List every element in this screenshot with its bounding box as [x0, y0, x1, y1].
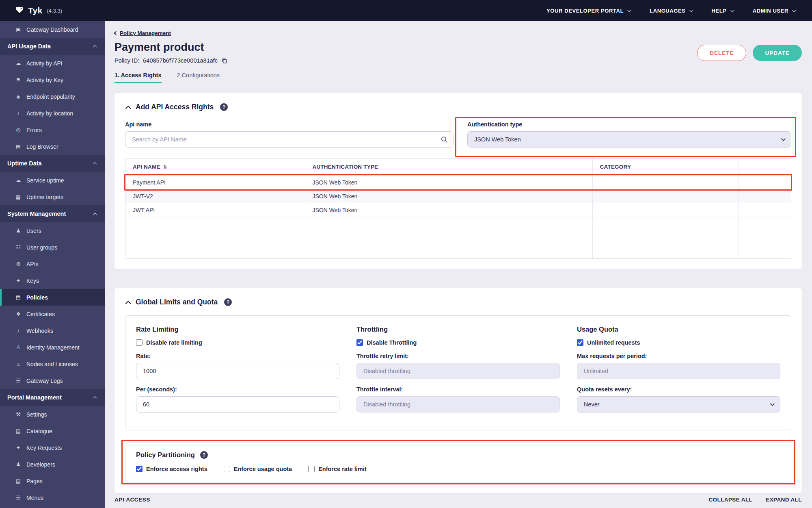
keys-icon: ✦ — [15, 278, 22, 284]
disable-rate-limiting-option[interactable]: Disable rate limiting — [136, 339, 339, 346]
divider — [759, 496, 759, 503]
tab-2[interactable]: 2.Configurations — [177, 72, 220, 83]
sidebar-item-identity-management[interactable]: ♙Identity Management — [0, 339, 105, 356]
max-requests-field: Max requests per period: — [577, 353, 780, 379]
partition-checkbox[interactable] — [136, 466, 143, 472]
sidebar-item-developers[interactable]: ♟Developers — [0, 456, 105, 473]
annotation-policy-partitioning — [121, 440, 795, 484]
partition-checkbox[interactable] — [308, 466, 315, 472]
quota-resets-select[interactable]: Never — [577, 396, 780, 412]
unlimited-requests-option[interactable]: Unlimited requests — [577, 339, 780, 346]
category-cell — [593, 176, 739, 189]
tab-1[interactable]: 1. Access Rights — [114, 72, 162, 83]
limits-card: Global Limits and Quota ? Rate Limiting … — [114, 288, 802, 493]
category-cell — [593, 189, 739, 203]
disable-throttling-checkbox[interactable] — [356, 339, 363, 346]
partition-option-enforce-rate-limit[interactable]: Enforce rate limit — [308, 466, 366, 472]
sidebar-item-webhooks[interactable]: ♪Webhooks — [0, 322, 105, 339]
sidebar-item-gateway-dashboard[interactable]: ▣Gateway Dashboard — [0, 21, 105, 38]
sidebar-item-pages[interactable]: ▤Pages — [0, 473, 105, 489]
sidebar-item-label: Activity by API — [26, 60, 63, 67]
sidebar-item-label: Activity by location — [26, 110, 73, 117]
rate-field: Rate: — [136, 353, 339, 379]
pages-icon: ▤ — [15, 478, 22, 484]
empty-cell — [739, 176, 791, 189]
access-rights-header: Add API Access Rights ? — [125, 103, 791, 111]
tab-bar: 1. Access Rights2.Configurations — [114, 72, 802, 83]
chevron-up-icon — [93, 212, 97, 216]
help-icon[interactable]: ? — [224, 298, 232, 306]
help-icon[interactable]: ? — [220, 103, 228, 111]
disable-throttling-option[interactable]: Disable Throttling — [356, 339, 560, 346]
sidebar-item-catalogue[interactable]: ▤Catalogue — [0, 423, 105, 439]
auth-type-label: Authentication type — [467, 121, 791, 128]
collapse-chevron-icon[interactable] — [125, 300, 131, 306]
users-icon: ♟ — [15, 228, 22, 234]
sidebar-item-label: Catalogue — [26, 428, 52, 434]
auth-type-value: JSON Web Token — [474, 136, 521, 143]
activity-by-key-icon: ⚑ — [15, 77, 22, 83]
sidebar-item-service-uptime[interactable]: ☁Service uptime — [0, 172, 105, 189]
api-search-input[interactable] — [125, 131, 454, 148]
collapse-all-button[interactable]: COLLAPSE ALL — [708, 497, 752, 503]
gateway-dashboard-icon: ▣ — [15, 26, 22, 33]
throttling-title: Throttling — [356, 326, 560, 333]
partition-checkbox[interactable] — [224, 466, 230, 472]
table-row-payment-api[interactable]: Payment APIJSON Web Token — [125, 176, 791, 189]
policies-icon: ▤ — [15, 294, 22, 300]
unlimited-requests-checkbox[interactable] — [577, 339, 583, 346]
disable-rate-limiting-checkbox[interactable] — [136, 339, 143, 346]
sidebar-item-label: Activity by Key — [26, 77, 63, 83]
sidebar-item-policies[interactable]: ▤Policies — [0, 289, 105, 306]
api-name-cell: JWT API — [125, 203, 305, 217]
sidebar-item-activity-by-key[interactable]: ⚑Activity by Key — [0, 72, 105, 88]
sidebar-item-apis[interactable]: ⚙APIs — [0, 256, 105, 272]
menu-developer-portal[interactable]: YOUR DEVELOPER PORTAL — [546, 8, 630, 14]
rate-input[interactable] — [136, 363, 339, 379]
column-header-api-name[interactable]: API NAME⇅ — [125, 158, 305, 175]
update-button[interactable]: UPDATE — [753, 45, 802, 61]
sidebar-section-system-management[interactable]: System Management — [0, 205, 105, 222]
sidebar-item-activity-by-api[interactable]: ☁Activity by API — [0, 55, 105, 72]
sidebar-item-certificates[interactable]: ❖Certificates — [0, 306, 105, 322]
sidebar-item-errors[interactable]: ◎Errors — [0, 122, 105, 138]
sidebar-item-keys[interactable]: ✦Keys — [0, 272, 105, 289]
sidebar-item-log-browser[interactable]: ▤Log Browser — [0, 138, 105, 155]
sidebar-item-endpoint-popularity[interactable]: ◈Endpoint popularity — [0, 88, 105, 105]
per-seconds-input[interactable] — [136, 396, 339, 412]
sidebar-section-api-usage-data[interactable]: API Usage Data — [0, 38, 105, 55]
tyk-logo[interactable]: Tyk (4.3.3) — [0, 6, 62, 15]
menu-admin-user[interactable]: ADMIN USER — [753, 8, 795, 14]
sidebar-item-user-groups[interactable]: ☷User groups — [0, 239, 105, 256]
expand-all-button[interactable]: EXPAND ALL — [766, 497, 802, 503]
collapse-chevron-icon[interactable] — [125, 105, 131, 111]
table-row-jwt-api[interactable]: JWT APIJSON Web Token — [125, 203, 791, 217]
sidebar-section-uptime-data[interactable]: Uptime Data — [0, 155, 105, 172]
partition-option-enforce-usage-quota[interactable]: Enforce usage quota — [224, 466, 292, 472]
sidebar-item-gateway-logs[interactable]: ☰Gateway Logs — [0, 372, 105, 389]
activity-by-api-icon: ☁ — [15, 60, 22, 66]
sidebar-item-label: Users — [26, 228, 41, 234]
partition-option-enforce-access-rights[interactable]: Enforce access rights — [136, 466, 207, 472]
sort-icon[interactable]: ⇅ — [163, 164, 167, 170]
sidebar-section-portal-management[interactable]: Portal Management — [0, 389, 105, 406]
apis-icon: ⚙ — [15, 261, 22, 267]
sidebar-item-menus[interactable]: ☰Menus — [0, 489, 105, 506]
auth-type-select[interactable]: JSON Web Token — [467, 131, 791, 148]
sidebar-item-settings[interactable]: ⚒Settings — [0, 406, 105, 423]
copy-icon[interactable] — [221, 58, 227, 64]
column-header-category: CATEGORY — [593, 158, 739, 175]
sidebar-item-uptime-targets[interactable]: ▦Uptime targets — [0, 189, 105, 205]
sidebar-item-users[interactable]: ♟Users — [0, 222, 105, 239]
menu-languages[interactable]: LANGUAGES — [650, 8, 692, 14]
sidebar-item-label: Nodes and Licenses — [26, 361, 78, 367]
sidebar-item-activity-by-location[interactable]: ♁Activity by location — [0, 105, 105, 122]
help-icon[interactable]: ? — [200, 451, 208, 459]
sidebar-item-nodes-and-licenses[interactable]: ⌂Nodes and Licenses — [0, 356, 105, 372]
table-row-jwt-v2[interactable]: JWT-V2JSON Web Token — [125, 189, 791, 203]
sidebar-item-key-requests[interactable]: ✦Key Requests — [0, 439, 105, 456]
delete-button[interactable]: DELETE — [697, 45, 746, 61]
menu-help[interactable]: HELP — [712, 8, 733, 14]
rate-limiting-column: Rate Limiting Disable rate limiting Rate… — [136, 326, 339, 419]
breadcrumb[interactable]: Policy Management — [114, 30, 802, 36]
